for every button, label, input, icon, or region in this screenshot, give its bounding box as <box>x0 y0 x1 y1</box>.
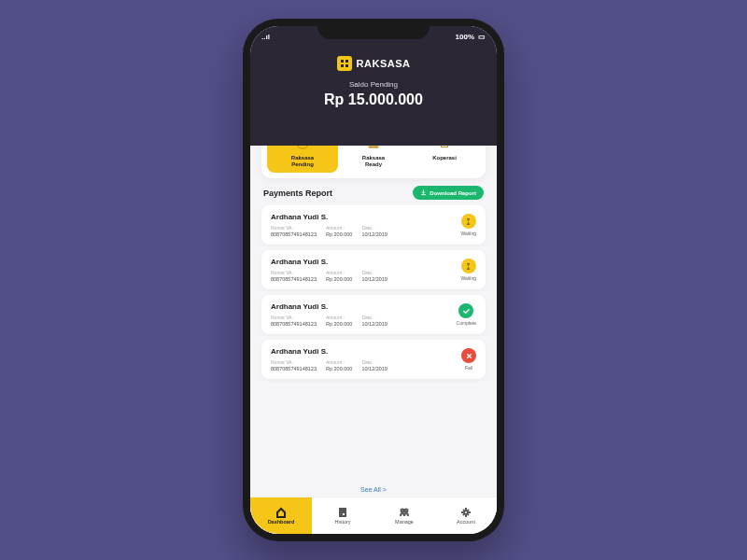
hand-coin-icon <box>365 146 382 151</box>
amount-value: Rp 200.000 <box>326 276 352 282</box>
nav-history[interactable]: History <box>312 497 374 534</box>
va-value: 8087085749148123 <box>271 321 317 327</box>
tab-label: Raksasa Ready <box>362 155 385 167</box>
tab-label: Koperasi <box>432 155 457 161</box>
see-all-link[interactable]: See All > <box>250 483 497 497</box>
nav-account[interactable]: Account <box>435 497 497 534</box>
fail-icon <box>461 348 476 363</box>
date-value: 10/12/2019 <box>361 321 388 327</box>
battery-icon: ▭ <box>478 33 486 41</box>
report-header: Payments Report Download Report <box>250 186 497 205</box>
amount-label: Amount : <box>326 270 352 275</box>
download-report-button[interactable]: Download Report <box>413 186 484 200</box>
date-value: 10/12/2019 <box>361 366 388 371</box>
svg-text:P: P <box>301 146 305 147</box>
transactions-list: Ardhana Yudi S.Nomor VA :808708574914812… <box>250 205 497 483</box>
content-area: PRaksasa PendingRaksasa ReadyKoperasi Pa… <box>250 146 497 534</box>
status: Waiting <box>461 259 477 281</box>
balance-value: Rp 15.000.000 <box>250 91 497 108</box>
svg-rect-1 <box>345 60 348 63</box>
nav-label: Manage <box>395 519 414 525</box>
logo-icon <box>337 56 352 71</box>
status-label: Waiting <box>461 231 477 236</box>
brand-logo: RAKSASA <box>250 56 497 71</box>
waiting-icon <box>461 259 476 273</box>
bottom-nav: DashboardHistoryManageAccount <box>250 497 497 534</box>
tab-label: Raksasa Pending <box>291 155 314 167</box>
tab-koperasi[interactable]: Koperasi <box>409 146 480 173</box>
status-label: Complete <box>457 320 476 326</box>
download-report-label: Download Report <box>430 190 476 196</box>
status: Waiting <box>461 214 477 236</box>
tab-raksasa-pending[interactable]: PRaksasa Pending <box>267 146 338 173</box>
nav-label: Dashboard <box>268 519 295 525</box>
status: Fail <box>461 348 476 371</box>
svg-rect-2 <box>341 64 344 67</box>
gear-icon <box>460 507 472 518</box>
report-title: Payments Report <box>263 189 332 198</box>
svg-point-11 <box>464 511 468 514</box>
battery-percent: 100% <box>456 33 474 41</box>
transaction-card[interactable]: Ardhana Yudi S.Nomor VA :808708574914812… <box>261 250 486 289</box>
coin-icon: P <box>294 146 311 151</box>
balance-label: Saldo Pending <box>250 80 497 89</box>
screen: ..ıl 100% ▭ RAKSASA Saldo Pending Rp 15.… <box>250 26 497 534</box>
date-label: Date : <box>361 315 388 320</box>
nav-manage[interactable]: Manage <box>374 497 435 534</box>
shop-icon <box>436 146 453 151</box>
brand-name: RAKSASA <box>357 58 411 69</box>
amount-value: Rp 200.000 <box>326 321 352 327</box>
payer-name: Ardhana Yudi S. <box>271 213 461 221</box>
receipt-icon <box>337 507 348 518</box>
amount-label: Amount : <box>326 359 352 365</box>
transaction-card[interactable]: Ardhana Yudi S.Nomor VA :808708574914812… <box>261 340 486 379</box>
payer-name: Ardhana Yudi S. <box>271 258 461 266</box>
nav-label: Account <box>457 519 475 525</box>
date-label: Date : <box>361 359 388 365</box>
status-label: Waiting <box>461 275 477 281</box>
nav-label: History <box>334 519 350 525</box>
transaction-card[interactable]: Ardhana Yudi S.Nomor VA :808708574914812… <box>261 205 486 245</box>
svg-point-10 <box>405 510 408 512</box>
nav-dashboard[interactable]: Dashboard <box>250 497 312 534</box>
va-label: Nomor VA : <box>271 270 317 275</box>
tab-raksasa-ready[interactable]: Raksasa Ready <box>338 146 409 173</box>
svg-rect-0 <box>341 60 344 63</box>
category-tabs: PRaksasa PendingRaksasa ReadyKoperasi <box>261 146 486 178</box>
status-label: Fail <box>465 365 472 371</box>
svg-point-9 <box>402 510 404 512</box>
notch <box>317 19 430 39</box>
transaction-card[interactable]: Ardhana Yudi S.Nomor VA :808708574914812… <box>261 295 486 334</box>
amount-value: Rp 200.000 <box>326 231 352 237</box>
complete-icon <box>458 303 473 318</box>
va-label: Nomor VA : <box>271 359 317 365</box>
va-label: Nomor VA : <box>271 315 317 320</box>
amount-label: Amount : <box>326 315 352 320</box>
payer-name: Ardhana Yudi S. <box>271 302 457 311</box>
date-label: Date : <box>361 225 388 231</box>
date-value: 10/12/2019 <box>361 231 388 237</box>
payer-name: Ardhana Yudi S. <box>271 347 461 356</box>
date-label: Date : <box>361 270 388 275</box>
signal-icon: ..ıl <box>261 33 270 41</box>
va-label: Nomor VA : <box>271 225 317 231</box>
amount-value: Rp 200.000 <box>326 366 352 371</box>
phone-frame: ..ıl 100% ▭ RAKSASA Saldo Pending Rp 15.… <box>243 19 504 541</box>
va-value: 8087085749148123 <box>271 366 317 371</box>
amount-label: Amount : <box>326 225 352 231</box>
status: Complete <box>457 303 476 326</box>
svg-rect-3 <box>345 64 348 67</box>
header: RAKSASA Saldo Pending Rp 15.000.000 <box>250 47 497 146</box>
users-icon <box>399 507 410 518</box>
date-value: 10/12/2019 <box>361 276 388 282</box>
va-value: 8087085749148123 <box>271 231 317 237</box>
home-icon <box>275 507 287 518</box>
svg-rect-7 <box>441 146 447 147</box>
waiting-icon <box>461 214 476 229</box>
va-value: 8087085749148123 <box>271 276 317 282</box>
